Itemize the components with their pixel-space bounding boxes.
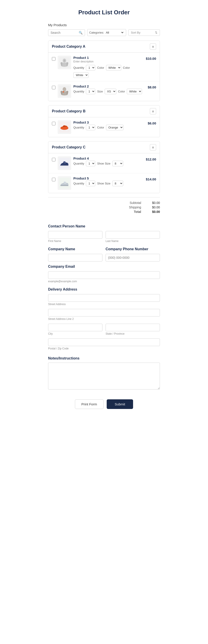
company-phone-input[interactable] (106, 254, 160, 262)
delivery-section: Delivery Address Street Address Street A… (48, 288, 160, 350)
product-4-checkbox[interactable] (52, 158, 55, 162)
search-filter-row: 🔍 Categories: All Category A Category B … (48, 29, 160, 36)
category-c-collapse-btn[interactable]: ∧ (150, 144, 156, 150)
category-c-section: Product Category C ∧ Product 4 Quantity (48, 141, 160, 193)
category-b-collapse-btn[interactable]: ∧ (150, 108, 156, 114)
product-2-checkbox[interactable] (52, 86, 55, 89)
svg-rect-9 (60, 128, 63, 129)
product-2-image (58, 84, 71, 98)
svg-rect-11 (61, 165, 68, 166)
product-2-color-label: Color (118, 90, 125, 93)
state-field: State / Province (106, 324, 160, 335)
street-input[interactable] (48, 294, 160, 302)
hoodie2-icon (59, 86, 70, 96)
submit-button[interactable]: Submit (107, 399, 133, 409)
product-2-size-label: Size (97, 90, 103, 93)
last-name-field: Last Name (106, 231, 160, 243)
categories-filter: Categories: All Category A Category B Ca… (87, 29, 126, 36)
product-5-name: Product 5 (73, 176, 144, 180)
subtotal-label: Subtotal (130, 201, 141, 204)
product-3-options: Quantity 123 Color OrangeRedBlue (73, 125, 145, 130)
street2-label: Street Address Line 2 (48, 318, 160, 320)
product-1-color1-label: Color (97, 66, 104, 70)
total-label: Total (134, 210, 141, 214)
categories-select[interactable]: All Category A Category B Category C (105, 31, 124, 34)
contact-title: Contact Person Name (48, 224, 160, 228)
search-icon: 🔍 (79, 31, 83, 34)
product-1-color1-select[interactable]: WhiteBlackRed (106, 65, 121, 70)
svg-point-5 (63, 91, 64, 92)
product-4-qty-select[interactable]: 123 (86, 161, 95, 166)
company-email-placeholder-label: example@example.com (48, 280, 160, 283)
product-row-1: Product 1 Enter description Quantity 123… (48, 52, 160, 81)
product-5-options: Quantity 123 Shoe Size 7891011 (73, 181, 144, 186)
total-row: Total $0.00 (48, 210, 160, 214)
company-name-field: Company Name (48, 247, 102, 262)
street-label: Street Address (48, 303, 160, 306)
search-box: 🔍 (48, 29, 85, 36)
product-3-checkbox[interactable] (52, 122, 55, 125)
category-a-collapse-btn[interactable]: ∧ (150, 44, 156, 50)
company-email-field: example@example.com (48, 271, 160, 283)
shipping-value: $0.00 (147, 206, 160, 209)
notes-textarea[interactable] (48, 363, 160, 390)
category-b-header: Product Category B ∧ (48, 106, 160, 117)
company-name-input[interactable] (48, 254, 102, 262)
product-4-image (58, 156, 71, 170)
company-email-title: Company Email (48, 264, 160, 268)
product-5-shoesize-select[interactable]: 7891011 (112, 181, 123, 186)
product-2-color-select[interactable]: WhiteBlackRed (127, 89, 142, 94)
street2-field: Street Address Line 2 (48, 309, 160, 320)
contact-section: Contact Person Name First Name Last Name (48, 224, 160, 243)
shoe1-icon (59, 158, 70, 168)
product-2-name: Product 2 (73, 84, 145, 88)
street2-input[interactable] (48, 309, 160, 316)
product-2-price: $8.00 (148, 85, 156, 89)
postal-label: Postal / Zip Code (48, 347, 160, 350)
category-b-title: Product Category B (52, 109, 85, 113)
product-5-checkbox[interactable] (52, 178, 55, 181)
shoe2-icon (59, 178, 70, 188)
product-2-size-select[interactable]: XSSMLXL (105, 89, 116, 94)
company-row: Company Name Company Phone Number (48, 247, 160, 262)
contact-name-row: First Name Last Name (48, 231, 160, 243)
last-name-input[interactable] (106, 231, 160, 238)
category-a-section: Product Category A ∧ Product 1 Enter des… (48, 40, 160, 101)
delivery-title: Delivery Address (48, 288, 160, 292)
product-2-options: Quantity 123 Size XSSMLXL Color WhiteBla… (73, 89, 145, 94)
company-email-input[interactable] (48, 271, 160, 279)
print-form-button[interactable]: Print Form (75, 399, 104, 409)
company-email-section: Company Email example@example.com (48, 264, 160, 283)
category-a-header: Product Category A ∧ (48, 41, 160, 52)
cap-icon (59, 122, 70, 132)
product-1-color2-label: Color (123, 66, 130, 70)
product-1-qty-select[interactable]: 123 (86, 65, 95, 70)
notes-section: Notes/Instructions (48, 356, 160, 390)
state-input[interactable] (106, 324, 160, 331)
product-3-name: Product 3 (73, 120, 145, 124)
product-1-checkbox[interactable] (52, 57, 55, 61)
city-input[interactable] (48, 324, 102, 331)
last-name-label: Last Name (106, 240, 160, 243)
product-5-qty-select[interactable]: 123 (86, 181, 95, 186)
search-input[interactable] (50, 31, 78, 34)
company-phone-title: Company Phone Number (106, 247, 160, 251)
postal-input[interactable] (48, 338, 160, 346)
city-field: City (48, 324, 102, 335)
first-name-input[interactable] (48, 231, 102, 238)
product-2-qty-select[interactable]: 123 (86, 89, 95, 94)
product-3-color-select[interactable]: OrangeRedBlue (106, 125, 123, 130)
postal-field: Postal / Zip Code (48, 338, 160, 350)
product-1-desc: Enter description (73, 60, 144, 63)
product-1-color2-select[interactable]: WhiteBlackRed (73, 72, 89, 78)
product-1-qty-label: Quantity (73, 66, 84, 70)
product-5-details: Product 5 Quantity 123 Shoe Size 7891011 (73, 176, 144, 186)
product-3-qty-label: Quantity (73, 126, 84, 129)
action-buttons: Print Form Submit (48, 397, 160, 409)
page-title: Product List Order (48, 9, 160, 16)
sort-label: Sort By (131, 31, 140, 34)
product-4-shoesize-select[interactable]: 7891011 (112, 161, 123, 166)
product-3-qty-select[interactable]: 123 (86, 125, 95, 130)
category-a-title: Product Category A (52, 44, 85, 48)
product-row-5: Product 5 Quantity 123 Shoe Size 7891011… (48, 173, 160, 193)
